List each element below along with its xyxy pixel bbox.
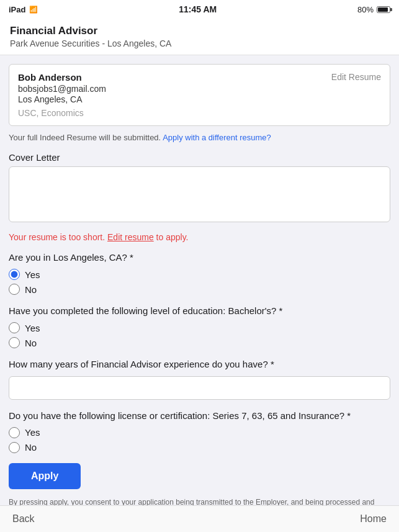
status-right: 80% xyxy=(357,5,390,14)
q1-no-radio[interactable] xyxy=(9,284,20,295)
error-suffix: to apply. xyxy=(156,232,189,242)
resume-name: Bob Anderson xyxy=(18,72,381,83)
question-4-text: Do you have the following license or cer… xyxy=(9,410,390,422)
q4-yes-label: Yes xyxy=(25,427,40,438)
q1-no-option[interactable]: No xyxy=(9,284,390,295)
q1-yes-radio[interactable] xyxy=(9,269,20,280)
q1-no-label: No xyxy=(25,284,37,295)
resume-email: bobsjobs1@gmail.com xyxy=(18,84,381,94)
wifi-icon: 📶 xyxy=(29,6,38,14)
question-3-text: How many years of Financial Advisor expe… xyxy=(9,358,390,371)
question-2-text: Have you completed the following level o… xyxy=(9,305,390,317)
status-bar: iPad 📶 11:45 AM 80% xyxy=(0,0,399,17)
question-1-text: Are you in Los Angeles, CA? * xyxy=(9,251,390,264)
battery-icon xyxy=(377,6,390,13)
status-time: 11:45 AM xyxy=(179,4,217,14)
apply-button[interactable]: Apply xyxy=(9,463,81,489)
resume-card: Edit Resume Bob Anderson bobsjobs1@gmail… xyxy=(9,64,390,126)
company-name: Park Avenue Securities - Los Angeles, CA xyxy=(10,38,389,48)
years-experience-input[interactable] xyxy=(9,376,390,400)
edit-resume-error-link[interactable]: Edit resume xyxy=(107,232,154,242)
q4-yes-option[interactable]: Yes xyxy=(9,427,390,438)
error-text: Your resume is too short. xyxy=(9,232,105,242)
consent-static: Your full Indeed Resume will be submitte… xyxy=(9,133,161,142)
q2-no-radio[interactable] xyxy=(9,337,20,348)
cover-letter-textarea[interactable] xyxy=(9,166,390,222)
resume-location: Los Angeles, CA xyxy=(18,94,381,104)
question-1: Are you in Los Angeles, CA? * Yes No xyxy=(9,251,390,295)
edit-resume-link[interactable]: Edit Resume xyxy=(331,72,381,82)
resume-education: USC, Economics xyxy=(18,108,381,118)
q2-yes-radio[interactable] xyxy=(9,322,20,333)
q4-no-label: No xyxy=(25,442,37,453)
different-resume-link[interactable]: Apply with a different resume? xyxy=(163,133,271,142)
battery-percent: 80% xyxy=(357,5,374,14)
consent-text: Your full Indeed Resume will be submitte… xyxy=(9,132,390,143)
q1-yes-label: Yes xyxy=(25,269,40,280)
q2-no-label: No xyxy=(25,338,37,348)
question-3: How many years of Financial Advisor expe… xyxy=(9,358,390,399)
page-header: Financial Advisor Park Avenue Securities… xyxy=(0,17,399,55)
main-content: Edit Resume Bob Anderson bobsjobs1@gmail… xyxy=(0,55,399,532)
device-label: iPad xyxy=(9,5,25,14)
back-button[interactable]: Back xyxy=(12,513,35,525)
cover-letter-label: Cover Letter xyxy=(9,152,390,163)
q4-no-option[interactable]: No xyxy=(9,442,390,453)
q4-no-radio[interactable] xyxy=(9,442,20,453)
error-message: Your resume is too short. Edit resume to… xyxy=(9,232,390,244)
q2-yes-option[interactable]: Yes xyxy=(9,322,390,333)
q4-yes-radio[interactable] xyxy=(9,427,20,438)
q2-no-option[interactable]: No xyxy=(9,337,390,348)
q2-yes-label: Yes xyxy=(25,323,40,333)
job-title: Financial Advisor xyxy=(10,25,389,37)
question-4: Do you have the following license or cer… xyxy=(9,410,390,453)
q1-yes-option[interactable]: Yes xyxy=(9,269,390,280)
status-left: iPad 📶 xyxy=(9,5,38,14)
home-button[interactable]: Home xyxy=(360,513,387,525)
bottom-nav: Back Home xyxy=(0,505,399,532)
question-2: Have you completed the following level o… xyxy=(9,305,390,348)
